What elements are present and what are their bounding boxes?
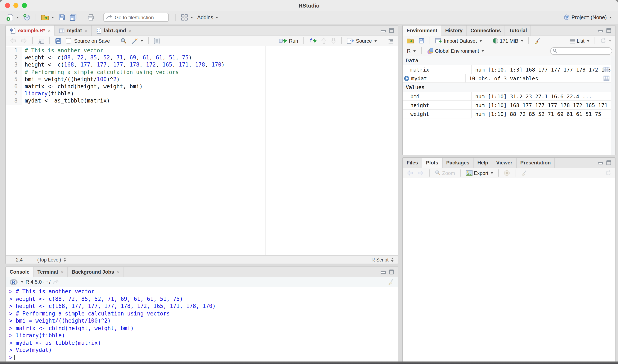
forward-icon bbox=[417, 170, 424, 176]
code-editor[interactable]: 1# This is another vector2weight <- c(88… bbox=[6, 46, 398, 256]
line-number: 4 bbox=[6, 68, 22, 76]
minimize-pane-icon[interactable] bbox=[597, 161, 603, 165]
save-workspace-button[interactable] bbox=[417, 37, 426, 45]
maximize-pane-icon[interactable] bbox=[606, 28, 611, 33]
play-circle-icon[interactable] bbox=[404, 76, 409, 81]
tab-terminal[interactable]: Terminal× bbox=[34, 267, 68, 277]
close-tab-icon[interactable]: × bbox=[117, 269, 120, 275]
previous-plot-button[interactable] bbox=[405, 169, 415, 177]
close-window-icon[interactable] bbox=[5, 3, 10, 8]
maximize-pane-icon[interactable] bbox=[389, 270, 394, 274]
go-prev-section-button[interactable] bbox=[320, 37, 328, 45]
tab-background-jobs[interactable]: Background Jobs× bbox=[68, 267, 124, 277]
environment-row-mydat[interactable]: mydat10 obs. of 3 variables bbox=[403, 74, 615, 83]
clear-console-broom-icon[interactable] bbox=[387, 279, 394, 285]
environment-scrollbar[interactable] bbox=[611, 56, 615, 155]
close-tab-icon[interactable]: × bbox=[61, 269, 64, 275]
tab-mydat[interactable]: mydat× bbox=[55, 26, 92, 36]
export-plot-button[interactable]: Export bbox=[464, 169, 495, 177]
goto-file-input[interactable] bbox=[103, 13, 169, 22]
clear-environment-button[interactable] bbox=[532, 37, 542, 45]
tab-example-r[interactable]: Rexample.R*× bbox=[6, 26, 55, 36]
open-file-icon bbox=[41, 14, 49, 21]
go-next-section-button[interactable] bbox=[330, 37, 337, 45]
zoom-plot-button[interactable]: Zoom bbox=[433, 169, 456, 177]
run-button[interactable]: Run bbox=[278, 37, 299, 45]
refresh-environment-button[interactable] bbox=[599, 37, 613, 45]
minimize-pane-icon[interactable] bbox=[380, 270, 386, 274]
load-workspace-button[interactable] bbox=[405, 37, 415, 45]
project-menu-button[interactable]: R Project: (None) bbox=[562, 13, 613, 22]
import-dataset-button[interactable]: Import Dataset bbox=[434, 37, 483, 45]
addins-button[interactable]: Addins bbox=[196, 13, 219, 21]
language-selector[interactable]: R bbox=[406, 47, 417, 55]
new-file-button[interactable] bbox=[5, 13, 20, 22]
maximize-pane-icon[interactable] bbox=[389, 28, 394, 33]
forward-button[interactable] bbox=[19, 37, 28, 44]
environment-selector[interactable]: Global Environment bbox=[426, 47, 485, 55]
minimize-pane-icon[interactable] bbox=[380, 28, 386, 33]
minimize-pane-icon[interactable] bbox=[597, 28, 603, 33]
print-button[interactable] bbox=[86, 13, 96, 22]
rstudio-window: RStudio Addins R Project: (None) Rexampl… bbox=[0, 0, 618, 364]
list-view-button[interactable]: List bbox=[568, 37, 591, 45]
tab-help[interactable]: Help bbox=[473, 158, 492, 168]
new-project-button[interactable] bbox=[22, 13, 32, 22]
back-button[interactable] bbox=[8, 37, 18, 44]
tab-files[interactable]: Files bbox=[403, 158, 422, 168]
table-view-icon[interactable] bbox=[603, 75, 610, 81]
save-all-button[interactable] bbox=[68, 13, 78, 22]
tab-console[interactable]: Console bbox=[6, 267, 34, 277]
close-tab-icon[interactable]: × bbox=[48, 27, 51, 34]
tab-plots[interactable]: Plots bbox=[422, 158, 443, 168]
maximize-pane-icon[interactable] bbox=[606, 160, 611, 165]
clear-all-plots-button[interactable] bbox=[519, 169, 529, 177]
close-tab-icon[interactable]: × bbox=[84, 27, 88, 34]
save-button[interactable] bbox=[57, 13, 67, 22]
language-label: R bbox=[407, 48, 411, 54]
environment-row-matrix[interactable]: matrixnum [1:10, 1:3] 168 177 177 177 17… bbox=[403, 65, 615, 74]
source-on-save-checkbox[interactable]: Source on Save bbox=[65, 37, 111, 45]
minimize-window-icon[interactable] bbox=[13, 3, 18, 8]
memory-caret-icon bbox=[521, 40, 523, 42]
rerun-button[interactable] bbox=[307, 37, 318, 44]
tab-presentation[interactable]: Presentation bbox=[516, 158, 555, 168]
share-arrow-icon[interactable] bbox=[53, 279, 59, 285]
filetype-selector[interactable]: R Script bbox=[367, 256, 398, 264]
next-plot-button[interactable] bbox=[416, 169, 425, 177]
save-icon bbox=[55, 38, 62, 44]
tab-environment[interactable]: Environment bbox=[403, 26, 442, 36]
tab-history[interactable]: History bbox=[442, 26, 467, 36]
tab-packages[interactable]: Packages bbox=[442, 158, 473, 168]
pane-layout-button[interactable] bbox=[180, 13, 194, 22]
tab-lab1-qmd[interactable]: lab1.qmd× bbox=[92, 26, 136, 36]
close-tab-icon[interactable]: × bbox=[129, 27, 132, 34]
environment-search-input[interactable] bbox=[550, 47, 612, 55]
tab-viewer[interactable]: Viewer bbox=[492, 158, 516, 168]
scope-selector[interactable]: (Top Level) bbox=[33, 256, 70, 264]
find-replace-button[interactable] bbox=[119, 37, 128, 45]
tab-connections[interactable]: Connections bbox=[467, 26, 505, 36]
separator bbox=[498, 169, 499, 177]
environment-row-bmi[interactable]: bminum [1:10] 31.2 23 27.1 16.6 22.4 ... bbox=[403, 92, 615, 101]
r-version-caret-icon[interactable] bbox=[21, 281, 24, 283]
source-button[interactable]: Source bbox=[345, 37, 378, 45]
zoom-window-icon[interactable] bbox=[22, 3, 27, 8]
remove-plot-button[interactable] bbox=[503, 169, 511, 177]
environment-row-height[interactable]: heightnum [1:10] 168 177 177 177 178 172… bbox=[403, 101, 615, 110]
table-view-icon[interactable] bbox=[603, 66, 610, 72]
refresh-plot-button[interactable] bbox=[604, 169, 613, 177]
popout-button[interactable] bbox=[36, 37, 46, 45]
code-tools-button[interactable] bbox=[130, 37, 145, 45]
tab-tutorial[interactable]: Tutorial bbox=[505, 26, 531, 36]
open-file-button[interactable] bbox=[40, 13, 55, 22]
document-outline-button[interactable] bbox=[386, 38, 395, 44]
memory-pie-icon bbox=[492, 38, 498, 44]
environment-row-weight[interactable]: weightnum [1:10] 88 72 85 52 71 69 61 61… bbox=[403, 110, 615, 118]
compile-report-button[interactable] bbox=[153, 37, 161, 45]
memory-usage-button[interactable]: 171 MiB bbox=[491, 37, 524, 45]
object-name: bmi bbox=[410, 93, 420, 99]
tab-label: Environment bbox=[406, 28, 437, 33]
console-output[interactable]: > # This is another vector> weight <- c(… bbox=[6, 286, 398, 362]
save-doc-button[interactable] bbox=[54, 37, 63, 45]
